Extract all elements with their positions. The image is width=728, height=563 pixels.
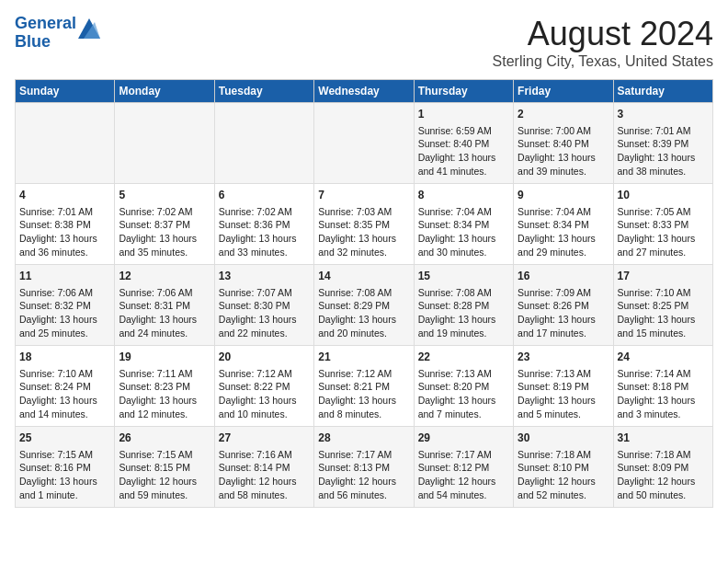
- day-info: and 25 minutes.: [19, 327, 110, 340]
- day-info: and 30 minutes.: [418, 246, 509, 259]
- day-info: Sunrise: 7:11 AM: [119, 367, 210, 381]
- day-number: 10: [618, 188, 709, 203]
- day-number: 13: [219, 269, 310, 284]
- week-row-2: 4Sunrise: 7:01 AMSunset: 8:38 PMDaylight…: [16, 184, 713, 265]
- day-number: 4: [19, 188, 110, 203]
- day-info: Daylight: 13 hours: [119, 394, 210, 408]
- page-title: August 2024: [493, 15, 713, 53]
- page: General Blue August 2024 Sterling City, …: [0, 0, 728, 517]
- day-info: Sunset: 8:21 PM: [318, 380, 409, 394]
- day-info: Daylight: 13 hours: [618, 151, 709, 165]
- day-info: Daylight: 13 hours: [318, 232, 409, 246]
- day-info: Daylight: 13 hours: [418, 151, 509, 165]
- day-info: Sunset: 8:33 PM: [618, 218, 709, 232]
- day-info: and 41 minutes.: [418, 165, 509, 178]
- day-info: Sunset: 8:18 PM: [618, 380, 709, 394]
- day-info: and 14 minutes.: [19, 408, 110, 421]
- day-info: Sunset: 8:14 PM: [219, 461, 310, 475]
- day-info: Daylight: 13 hours: [518, 151, 609, 165]
- calendar-cell: 20Sunrise: 7:12 AMSunset: 8:22 PMDayligh…: [214, 346, 313, 427]
- logo-name-part2: Blue: [15, 32, 51, 51]
- day-info: Daylight: 12 hours: [219, 475, 310, 488]
- day-number: 3: [618, 107, 709, 122]
- calendar-header: SundayMondayTuesdayWednesdayThursdayFrid…: [16, 80, 713, 103]
- day-info: and 54 minutes.: [418, 488, 509, 502]
- day-number: 26: [119, 431, 210, 446]
- calendar-cell: 26Sunrise: 7:15 AMSunset: 8:15 PMDayligh…: [115, 427, 214, 508]
- day-info: Daylight: 13 hours: [618, 232, 709, 246]
- calendar-cell: 14Sunrise: 7:08 AMSunset: 8:29 PMDayligh…: [314, 265, 414, 346]
- day-info: and 12 minutes.: [119, 408, 210, 421]
- calendar-cell: 21Sunrise: 7:12 AMSunset: 8:21 PMDayligh…: [314, 346, 414, 427]
- day-info: and 50 minutes.: [618, 488, 709, 502]
- day-number: 7: [318, 188, 409, 203]
- day-number: 31: [618, 431, 709, 446]
- calendar-cell: 7Sunrise: 7:03 AMSunset: 8:35 PMDaylight…: [314, 184, 414, 265]
- calendar-cell: 12Sunrise: 7:06 AMSunset: 8:31 PMDayligh…: [115, 265, 214, 346]
- day-info: Daylight: 13 hours: [219, 313, 310, 327]
- day-number: 21: [318, 350, 409, 365]
- day-number: 8: [418, 188, 509, 203]
- calendar-cell: 3Sunrise: 7:01 AMSunset: 8:39 PMDaylight…: [613, 103, 712, 184]
- day-info: Sunset: 8:15 PM: [119, 461, 210, 475]
- day-number: 22: [418, 350, 509, 365]
- day-info: Sunrise: 7:12 AM: [318, 367, 409, 381]
- day-info: and 33 minutes.: [219, 246, 310, 259]
- day-info: Daylight: 13 hours: [518, 394, 609, 408]
- day-info: Sunset: 8:09 PM: [618, 461, 709, 475]
- day-info: Sunset: 8:36 PM: [219, 218, 310, 232]
- day-info: Daylight: 13 hours: [19, 475, 110, 488]
- day-info: Sunset: 8:35 PM: [318, 218, 409, 232]
- calendar-cell: 6Sunrise: 7:02 AMSunset: 8:36 PMDaylight…: [214, 184, 313, 265]
- day-info: Daylight: 13 hours: [19, 232, 110, 246]
- day-info: and 17 minutes.: [518, 327, 609, 340]
- calendar-cell: 25Sunrise: 7:15 AMSunset: 8:16 PMDayligh…: [16, 427, 115, 508]
- day-info: Sunrise: 7:07 AM: [219, 286, 310, 300]
- day-info: and 8 minutes.: [318, 408, 409, 421]
- calendar-body: 1Sunrise: 6:59 AMSunset: 8:40 PMDaylight…: [16, 103, 713, 508]
- day-info: Sunset: 8:12 PM: [418, 461, 509, 475]
- day-info: Daylight: 13 hours: [418, 313, 509, 327]
- day-info: Sunrise: 7:13 AM: [518, 367, 609, 381]
- day-info: Daylight: 13 hours: [119, 232, 210, 246]
- day-number: 6: [219, 188, 310, 203]
- day-info: Sunrise: 7:14 AM: [618, 367, 709, 381]
- header-cell-thursday: Thursday: [414, 80, 513, 103]
- day-info: Sunrise: 7:04 AM: [518, 205, 609, 219]
- day-info: Sunset: 8:24 PM: [19, 380, 110, 394]
- day-number: 19: [119, 350, 210, 365]
- day-info: Sunset: 8:20 PM: [418, 380, 509, 394]
- day-info: Sunset: 8:40 PM: [418, 137, 509, 151]
- day-info: Sunset: 8:19 PM: [518, 380, 609, 394]
- day-info: Daylight: 13 hours: [19, 394, 110, 408]
- day-info: and 3 minutes.: [618, 408, 709, 421]
- day-info: and 59 minutes.: [119, 488, 210, 502]
- calendar-cell: 22Sunrise: 7:13 AMSunset: 8:20 PMDayligh…: [414, 346, 513, 427]
- calendar-cell: 24Sunrise: 7:14 AMSunset: 8:18 PMDayligh…: [613, 346, 712, 427]
- calendar-cell: 10Sunrise: 7:05 AMSunset: 8:33 PMDayligh…: [613, 184, 712, 265]
- calendar-cell: 8Sunrise: 7:04 AMSunset: 8:34 PMDaylight…: [414, 184, 513, 265]
- day-number: 14: [318, 269, 409, 284]
- day-info: Sunrise: 7:09 AM: [518, 286, 609, 300]
- day-info: Sunrise: 7:02 AM: [119, 205, 210, 219]
- week-row-3: 11Sunrise: 7:06 AMSunset: 8:32 PMDayligh…: [16, 265, 713, 346]
- header-cell-sunday: Sunday: [16, 80, 115, 103]
- day-info: Daylight: 12 hours: [418, 475, 509, 488]
- day-info: Sunrise: 7:08 AM: [318, 286, 409, 300]
- day-info: Daylight: 13 hours: [618, 313, 709, 327]
- day-info: and 22 minutes.: [219, 327, 310, 340]
- day-info: Sunrise: 7:00 AM: [518, 124, 609, 138]
- calendar-cell: 31Sunrise: 7:18 AMSunset: 8:09 PMDayligh…: [613, 427, 712, 508]
- day-number: 5: [119, 188, 210, 203]
- day-info: Sunrise: 7:02 AM: [219, 205, 310, 219]
- day-info: Daylight: 12 hours: [318, 475, 409, 488]
- header-cell-tuesday: Tuesday: [214, 80, 313, 103]
- day-info: and 10 minutes.: [219, 408, 310, 421]
- day-info: Sunrise: 7:17 AM: [418, 448, 509, 462]
- page-subtitle: Sterling City, Texas, United States: [493, 53, 713, 70]
- day-number: 27: [219, 431, 310, 446]
- day-number: 20: [219, 350, 310, 365]
- day-info: Daylight: 12 hours: [618, 475, 709, 488]
- logo-icon: [78, 18, 100, 39]
- day-info: Daylight: 13 hours: [418, 232, 509, 246]
